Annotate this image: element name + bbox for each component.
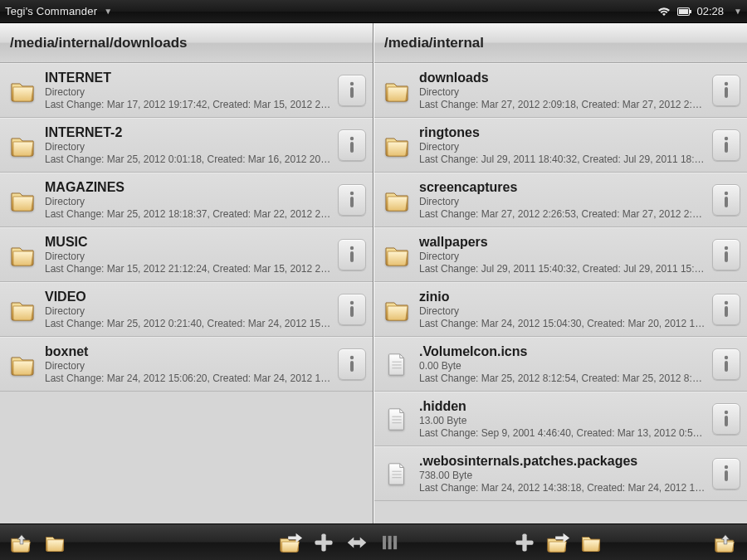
list-item[interactable]: .hidden 13.00 Byte Last Change: Sep 9, 2… <box>374 392 747 446</box>
info-button[interactable] <box>712 184 740 216</box>
item-name: screencaptures <box>419 180 706 195</box>
item-dates: Last Change: Sep 9, 2001 4:46:40, Create… <box>419 427 706 439</box>
svg-rect-18 <box>725 142 728 153</box>
svg-point-3 <box>350 82 354 85</box>
left-file-list[interactable]: INTERNET Directory Last Change: Mar 17, … <box>0 63 373 523</box>
list-item[interactable]: screencaptures Directory Last Change: Ma… <box>374 173 747 227</box>
info-button[interactable] <box>338 75 366 106</box>
toolbar-copy-to-button[interactable] <box>276 528 305 558</box>
toolbar-left <box>5 528 374 558</box>
item-name: wallpapers <box>419 235 706 250</box>
toolbar-up-button[interactable] <box>710 528 740 558</box>
info-button[interactable] <box>338 348 366 380</box>
list-item[interactable]: ringtones Directory Last Change: Jul 29,… <box>374 118 747 173</box>
folder-icon <box>8 241 37 269</box>
item-name: MUSIC <box>45 235 331 250</box>
item-name: VIDEO <box>45 290 331 304</box>
system-menu-arrow-icon[interactable]: ▼ <box>734 7 742 16</box>
svg-rect-29 <box>725 361 728 372</box>
battery-icon[interactable] <box>677 7 692 17</box>
info-button[interactable] <box>712 75 740 106</box>
item-kind: Directory <box>45 86 331 98</box>
info-button[interactable] <box>338 129 366 161</box>
toolbar-open-button[interactable] <box>576 528 606 558</box>
item-dates: Last Change: Mar 17, 2012 19:17:42, Crea… <box>45 99 331 110</box>
info-button[interactable] <box>712 294 740 325</box>
info-button[interactable] <box>712 403 740 435</box>
info-button[interactable] <box>712 239 740 270</box>
toolbar-open-button[interactable] <box>40 528 70 558</box>
list-item[interactable]: INTERNET Directory Last Change: Mar 17, … <box>0 63 373 118</box>
info-button[interactable] <box>338 239 366 270</box>
info-button[interactable] <box>712 348 740 380</box>
folder-icon <box>383 295 411 324</box>
item-meta: boxnet Directory Last Change: Mar 24, 20… <box>45 344 331 384</box>
info-button[interactable] <box>712 129 740 161</box>
clock[interactable]: 02:28 <box>697 5 725 17</box>
toolbar-copy-to-button[interactable] <box>543 528 573 558</box>
item-dates: Last Change: Mar 24, 2012 15:06:20, Crea… <box>45 373 331 384</box>
item-kind: Directory <box>45 305 331 317</box>
list-item[interactable]: .VolumeIcon.icns 0.00 Byte Last Change: … <box>374 337 747 392</box>
item-meta: screencaptures Directory Last Change: Ma… <box>419 180 706 220</box>
svg-point-33 <box>725 411 728 414</box>
info-button[interactable] <box>338 294 366 325</box>
svg-rect-42 <box>315 540 333 544</box>
list-item[interactable]: VIDEO Directory Last Change: Mar 25, 201… <box>0 282 373 337</box>
toolbar-new-button[interactable] <box>510 528 540 558</box>
item-name: zinio <box>419 290 706 304</box>
item-kind: Directory <box>419 251 706 262</box>
item-name: ringtones <box>419 125 706 140</box>
svg-rect-24 <box>725 306 728 317</box>
svg-rect-22 <box>725 251 728 262</box>
left-path-header[interactable]: /media/internal/downloads <box>0 23 373 63</box>
folder-icon <box>383 186 411 214</box>
folder-icon <box>8 76 37 105</box>
list-item[interactable]: INTERNET-2 Directory Last Change: Mar 25… <box>0 118 373 173</box>
list-item[interactable]: downloads Directory Last Change: Mar 27,… <box>374 63 747 118</box>
right-file-list[interactable]: downloads Directory Last Change: Mar 27,… <box>374 63 747 523</box>
svg-rect-12 <box>350 306 354 317</box>
svg-rect-10 <box>350 251 354 262</box>
list-item[interactable]: zinio Directory Last Change: Mar 24, 201… <box>374 282 747 337</box>
toolbar-new-button[interactable] <box>309 528 339 558</box>
list-item[interactable]: .webosinternals.patches.packages 738.00 … <box>374 446 747 501</box>
list-item[interactable]: MAGAZINES Directory Last Change: Mar 25,… <box>0 173 373 227</box>
toolbar-view-mode-button[interactable] <box>375 528 405 558</box>
item-name: .VolumeIcon.icns <box>419 344 706 359</box>
svg-rect-2 <box>690 10 691 13</box>
item-dates: Last Change: Mar 15, 2012 21:12:24, Crea… <box>45 263 331 275</box>
toolbar-swap-button[interactable] <box>342 528 372 558</box>
toolbar-up-button[interactable] <box>7 528 37 558</box>
svg-point-19 <box>725 192 728 195</box>
info-button[interactable] <box>712 458 740 489</box>
item-kind: Directory <box>45 141 331 153</box>
app-menu-arrow-icon[interactable]: ▼ <box>104 7 112 16</box>
svg-rect-4 <box>350 87 354 98</box>
svg-rect-16 <box>725 87 728 98</box>
item-name: INTERNET <box>45 71 331 85</box>
item-meta: .webosinternals.patches.packages 738.00 … <box>419 454 706 494</box>
svg-point-7 <box>350 192 354 195</box>
list-item[interactable]: wallpapers Directory Last Change: Jul 29… <box>374 227 747 282</box>
list-item[interactable]: boxnet Directory Last Change: Mar 24, 20… <box>0 337 373 392</box>
svg-rect-14 <box>350 361 354 372</box>
item-meta: MAGAZINES Directory Last Change: Mar 25,… <box>45 180 331 220</box>
list-item[interactable]: MUSIC Directory Last Change: Mar 15, 201… <box>0 227 373 282</box>
svg-rect-45 <box>393 535 397 548</box>
toolbar-right <box>374 528 742 558</box>
item-kind: Directory <box>419 141 706 153</box>
right-path-header[interactable]: /media/internal <box>374 23 747 63</box>
item-dates: Last Change: Jul 29, 2011 15:40:32, Crea… <box>419 263 706 275</box>
file-icon <box>383 460 411 488</box>
folder-icon <box>383 241 411 269</box>
folder-icon <box>8 295 37 324</box>
svg-rect-43 <box>383 535 386 548</box>
item-meta: downloads Directory Last Change: Mar 27,… <box>419 71 706 110</box>
app-title[interactable]: Tegi's Commander <box>5 5 97 17</box>
item-meta: VIDEO Directory Last Change: Mar 25, 201… <box>45 290 331 329</box>
item-dates: Last Change: Mar 25, 2012 0:21:40, Creat… <box>45 318 331 329</box>
wifi-icon[interactable] <box>657 7 671 17</box>
info-button[interactable] <box>338 184 366 216</box>
svg-rect-44 <box>388 535 392 548</box>
